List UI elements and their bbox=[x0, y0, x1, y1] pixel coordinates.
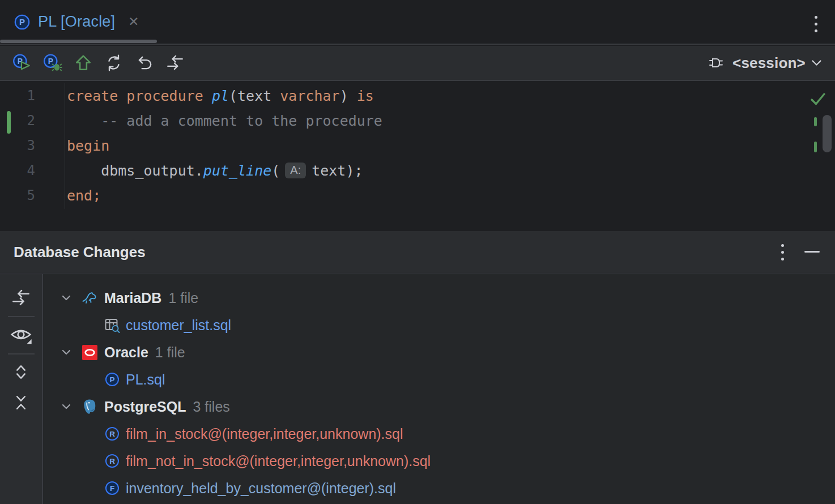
debug-procedure-icon: P bbox=[42, 53, 63, 73]
line-number: 1 bbox=[0, 83, 65, 108]
hide-panel-icon[interactable] bbox=[804, 251, 820, 253]
debug-procedure-button[interactable]: P bbox=[42, 53, 63, 73]
tree-file-row[interactable]: customer_list.sql bbox=[44, 311, 835, 339]
refresh-icon bbox=[105, 54, 123, 72]
code-token: text); bbox=[312, 163, 363, 179]
oracle-icon bbox=[82, 345, 97, 360]
editor-toolbar: P P bbox=[0, 46, 835, 81]
code-line[interactable]: end; bbox=[67, 183, 790, 208]
preview-diff-button[interactable] bbox=[9, 324, 33, 347]
toolbar-separator bbox=[8, 316, 35, 317]
rollback-button[interactable] bbox=[134, 53, 155, 73]
more-options-icon[interactable] bbox=[815, 16, 817, 32]
change-stripe bbox=[814, 117, 817, 126]
collapse-all-button[interactable] bbox=[11, 393, 31, 412]
undo-icon bbox=[135, 54, 154, 72]
file-link[interactable]: PL.sql bbox=[126, 371, 165, 388]
routine-r-icon: R bbox=[104, 426, 120, 442]
change-marker[interactable] bbox=[7, 111, 11, 134]
swap-arrows-icon bbox=[166, 54, 184, 72]
expand-all-button[interactable] bbox=[11, 362, 31, 382]
inspections-ok-icon[interactable] bbox=[810, 91, 827, 107]
code-token: begin bbox=[67, 138, 109, 154]
tree-file-row[interactable]: R film_not_in_stock@(integer,integer,unk… bbox=[44, 447, 835, 475]
svg-text:P: P bbox=[19, 17, 25, 27]
line-number: 3 bbox=[0, 133, 65, 158]
editor-gutter: 1 2 3 4 5 bbox=[0, 83, 65, 208]
mariadb-icon bbox=[82, 290, 97, 306]
function-f-icon: F bbox=[104, 480, 120, 496]
svg-text:F: F bbox=[110, 484, 114, 493]
code-line[interactable]: begin bbox=[67, 133, 790, 158]
code-line[interactable]: dbms_output.put_line(A:text); bbox=[67, 158, 790, 183]
submit-arrow-icon bbox=[74, 54, 92, 72]
code-line[interactable]: create procedure pl(text varchar) is bbox=[67, 83, 790, 108]
collapse-all-icon bbox=[11, 393, 31, 412]
procedure-p-icon: P bbox=[14, 14, 31, 31]
code-token: end; bbox=[67, 187, 101, 204]
file-link[interactable]: inventory_held_by_customer@(integer).sql bbox=[126, 480, 396, 497]
code-token: pl bbox=[212, 88, 229, 104]
tab-label: PL [Oracle] bbox=[38, 13, 115, 31]
postgresql-icon bbox=[82, 399, 97, 415]
tree-group-oracle[interactable]: Oracle 1 file bbox=[44, 339, 835, 366]
database-changes-panel: MariaDB 1 file customer_list.sql bbox=[0, 274, 835, 504]
file-link[interactable]: customer_list.sql bbox=[126, 317, 231, 334]
session-selector[interactable]: <session> bbox=[708, 46, 823, 80]
group-count: 1 file bbox=[155, 344, 185, 361]
group-count: 1 file bbox=[168, 290, 198, 306]
code-token: put_line bbox=[203, 163, 271, 179]
database-changes-header: Database Changes bbox=[0, 231, 835, 274]
navigate-changes-button[interactable] bbox=[165, 53, 185, 73]
chevron-down-icon[interactable] bbox=[58, 399, 75, 414]
svg-text:R: R bbox=[109, 457, 115, 465]
code-comment: -- add a comment to the procedure bbox=[67, 113, 382, 129]
code-token: ( bbox=[271, 163, 280, 179]
code-token: create procedure bbox=[67, 88, 212, 104]
table-search-icon bbox=[104, 317, 120, 334]
group-count: 3 files bbox=[193, 399, 229, 415]
group-label: MariaDB bbox=[104, 290, 161, 306]
session-label: <session> bbox=[732, 54, 806, 72]
svg-text:P: P bbox=[109, 375, 114, 384]
tree-file-row[interactable]: R film_in_stock@(integer,integer,unknown… bbox=[44, 420, 835, 447]
routine-r-icon: R bbox=[104, 453, 120, 469]
tree-group-postgresql[interactable]: PostgreSQL 3 files bbox=[44, 393, 835, 420]
chevron-down-icon[interactable] bbox=[58, 291, 75, 305]
tree-file-row[interactable]: P PL.sql bbox=[44, 366, 835, 393]
submit-button[interactable] bbox=[73, 53, 93, 73]
chevron-down-icon[interactable] bbox=[58, 345, 75, 360]
code-token: varchar bbox=[280, 88, 339, 104]
editor-scrollbar[interactable] bbox=[823, 115, 832, 152]
file-link[interactable]: film_in_stock@(integer,integer,unknown).… bbox=[126, 426, 403, 442]
swap-arrows-icon bbox=[11, 288, 31, 307]
line-number: 4 bbox=[0, 158, 65, 183]
expand-all-icon bbox=[11, 362, 31, 382]
panel-options-icon[interactable] bbox=[781, 244, 784, 260]
code-token: is bbox=[357, 88, 374, 104]
parameter-hint-badge: A: bbox=[285, 163, 306, 178]
panel-side-toolbar bbox=[0, 274, 43, 504]
run-procedure-button[interactable]: P bbox=[12, 53, 32, 73]
tree-group-mariadb[interactable]: MariaDB 1 file bbox=[44, 284, 835, 311]
close-icon[interactable]: ✕ bbox=[128, 15, 139, 28]
plug-icon bbox=[708, 54, 727, 71]
tab-pl-oracle[interactable]: P PL [Oracle] ✕ bbox=[0, 0, 151, 44]
refresh-button[interactable] bbox=[104, 53, 124, 73]
svg-text:R: R bbox=[109, 430, 115, 438]
code-line[interactable]: -- add a comment to the procedure bbox=[67, 108, 790, 133]
navigate-changes-button[interactable] bbox=[11, 288, 31, 307]
run-procedure-icon: P bbox=[12, 53, 32, 73]
editor-tab-bar: P PL [Oracle] ✕ bbox=[0, 0, 835, 45]
code-token: ) bbox=[340, 88, 357, 104]
code-token: dbms_output. bbox=[67, 163, 203, 179]
tree-file-row[interactable]: F inventory_held_by_customer@(integer).s… bbox=[44, 475, 835, 502]
code-editor[interactable]: 1 2 3 4 5 create procedure pl(text varch… bbox=[0, 82, 835, 231]
group-label: PostgreSQL bbox=[104, 399, 186, 415]
change-stripe bbox=[814, 142, 817, 152]
file-link[interactable]: film_not_in_stock@(integer,integer,unkno… bbox=[126, 453, 431, 469]
changes-tree: MariaDB 1 file customer_list.sql bbox=[44, 284, 835, 502]
tab-underline bbox=[0, 40, 157, 43]
panel-title: Database Changes bbox=[14, 244, 146, 261]
chevron-down-icon bbox=[811, 58, 823, 67]
